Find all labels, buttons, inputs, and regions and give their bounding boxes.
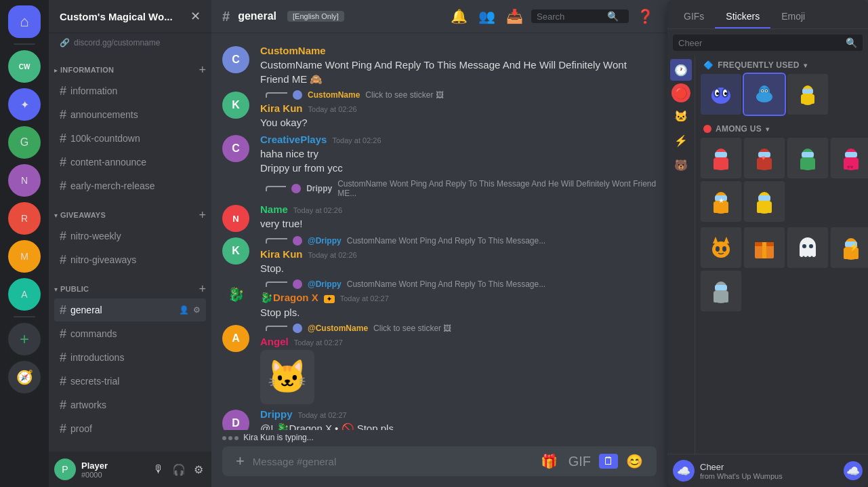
search-box[interactable]: 🔍: [531, 9, 629, 23]
sticker-pack-3-button[interactable]: ⚡: [670, 130, 692, 151]
message-content: Name Today at 02:26 very true!: [260, 203, 657, 232]
message-author[interactable]: Kira Kun: [260, 102, 303, 114]
add-server-button[interactable]: +: [8, 323, 41, 355]
server-header[interactable]: Custom's Magical Wo... ✕: [49, 0, 211, 33]
channel-item-early-merch-release[interactable]: # early-merch-release: [54, 174, 206, 197]
message-author[interactable]: Angel: [260, 336, 289, 347]
sticker-item-box[interactable]: [744, 227, 785, 268]
svg-point-14: [766, 90, 767, 92]
sticker-side-nav: 🕐 🔴 🐱 ⚡ 🐻: [667, 56, 695, 454]
category-public[interactable]: ▾ PUBLIC +: [49, 272, 211, 298]
emoji-button[interactable]: 😊: [623, 450, 646, 472]
message-content: CustomName CustomName Wont Ping And Repl…: [260, 45, 657, 86]
sticker-image: 🐱: [260, 350, 314, 404]
message-author[interactable]: CreativePlays: [260, 134, 327, 145]
sticker-item-lightning[interactable]: ⚡: [831, 227, 868, 268]
sticker-item-white[interactable]: [744, 181, 785, 222]
sticker-section-header-among-us[interactable]: AMONG US ▾: [701, 120, 863, 138]
channel-item-announcements[interactable]: # announcements: [54, 103, 206, 126]
message-author[interactable]: Name: [260, 203, 288, 215]
tab-stickers[interactable]: Stickers: [715, 5, 770, 28]
search-input[interactable]: [537, 12, 604, 22]
settings-button[interactable]: ⚙: [191, 461, 206, 479]
message-author[interactable]: CustomName: [260, 45, 326, 56]
sticker-item-selected[interactable]: [744, 74, 785, 115]
channel-item-100k-countdown[interactable]: # 100k-countdown: [54, 127, 206, 150]
channel-item-nitro-giveaways[interactable]: # nitro-giveaways: [54, 248, 206, 271]
sticker-item[interactable]: [701, 74, 741, 115]
reply-author: Drippy: [306, 184, 332, 193]
channel-item-information[interactable]: # information: [54, 79, 206, 102]
server-icon-1[interactable]: ✦: [8, 88, 41, 121]
sticker-item-green[interactable]: [787, 138, 828, 178]
channel-item-proof[interactable]: # proof: [54, 417, 206, 440]
section-label: FREQUENTLY USED: [718, 60, 799, 70]
home-button[interactable]: ⌂: [8, 5, 41, 38]
sticker-pack-2-button[interactable]: 🐱: [670, 105, 692, 127]
inbox-icon[interactable]: 📥: [503, 5, 526, 27]
message-author[interactable]: Drippy: [260, 408, 293, 420]
sticker-item-cat[interactable]: [701, 227, 741, 268]
deafen-button[interactable]: 🎧: [169, 461, 188, 479]
nitro-upgrade-button[interactable]: ☁️: [844, 461, 863, 480]
category-miscellaneous[interactable]: ▾ MISCELLANEOUS +: [49, 441, 211, 452]
explore-servers-button[interactable]: 🧭: [8, 361, 41, 393]
mute-button[interactable]: 🎙: [150, 461, 167, 479]
sticker-item-pink[interactable]: ♥♥: [831, 138, 868, 178]
recent-stickers-button[interactable]: 🕐: [670, 59, 692, 81]
sticker-section-header-frequent[interactable]: 🔷 FREQUENTLY USED ▾: [701, 56, 863, 74]
sticker-search-box[interactable]: 🔍: [673, 35, 863, 51]
channel-item-general[interactable]: # general 👤 ⚙: [54, 298, 206, 322]
server-icon-4[interactable]: R: [8, 202, 41, 235]
message-author[interactable]: Kira Kun: [260, 248, 303, 260]
misc-sticker-grid: ⚡: [701, 227, 863, 311]
channel-item-content-announce[interactable]: # content-announce: [54, 151, 206, 174]
svg-rect-52: [724, 208, 728, 213]
sticker-item-gray[interactable]: [701, 271, 741, 311]
server-icon-6[interactable]: A: [8, 278, 41, 311]
hashtag-icon: #: [60, 351, 66, 365]
message-author[interactable]: 🐉Dragon X: [260, 292, 318, 304]
svg-rect-38: [800, 165, 805, 170]
gif-button[interactable]: GIF: [566, 451, 594, 472]
channel-item-artworks[interactable]: # artworks: [54, 393, 206, 416]
add-channel-public[interactable]: +: [199, 283, 206, 295]
help-icon[interactable]: ❓: [634, 5, 657, 27]
sticker-item-ghost[interactable]: [787, 227, 828, 268]
among-us-pack-button[interactable]: 🔴: [671, 83, 690, 102]
svg-rect-37: [802, 152, 814, 157]
message-content: Drippy Today at 02:27 @! 🐉Dragon X • 🚫 S…: [260, 408, 657, 430]
sticker-pack-4-button[interactable]: 🐻: [670, 154, 692, 176]
sticker-item-red-heart[interactable]: ♥: [744, 138, 785, 178]
category-giveaways[interactable]: ▾ GIVEAWAYS +: [49, 198, 211, 224]
server-icon-2[interactable]: G: [8, 126, 41, 159]
message-input[interactable]: [253, 448, 533, 475]
frequent-sticker-grid: [701, 74, 863, 115]
notification-bell-icon[interactable]: 🔔: [448, 5, 470, 27]
members-list-icon[interactable]: 👥: [476, 5, 498, 27]
invite-link[interactable]: 🔗 discord.gg/customname: [49, 33, 211, 53]
server-icon-3[interactable]: N: [8, 164, 41, 197]
message-content: CreativePlays Today at 02:26 haha nice t…: [260, 134, 657, 175]
category-information[interactable]: ▸ INFORMATION +: [49, 53, 211, 79]
typing-text: Kira Kun is typing...: [243, 433, 313, 442]
sticker-search-input[interactable]: [678, 38, 843, 48]
gift-button[interactable]: 🎁: [538, 450, 560, 472]
chevron-icon: ▾: [766, 125, 769, 133]
sticker-item-star[interactable]: ★: [701, 181, 741, 222]
channel-item-nitro-weekly[interactable]: # nitro-weekly: [54, 225, 206, 248]
table-row: Drippy CustomName Wont Ping And Reply To…: [211, 178, 667, 202]
attach-button[interactable]: +: [233, 450, 247, 473]
sticker-item-red[interactable]: [701, 138, 741, 178]
tab-gifs[interactable]: GIFs: [673, 5, 715, 28]
channel-item-commands[interactable]: # commands: [54, 322, 206, 345]
channel-item-introductions[interactable]: # introductions: [54, 346, 206, 369]
channel-item-secrets-trial[interactable]: # secrets-trial: [54, 370, 206, 393]
tab-emoji[interactable]: Emoji: [770, 5, 816, 28]
sticker-item[interactable]: [787, 74, 828, 115]
add-channel-giveaways[interactable]: +: [199, 209, 206, 221]
server-icon-5[interactable]: M: [8, 240, 41, 273]
server-icon-custom[interactable]: CW: [8, 50, 41, 83]
sticker-button[interactable]: 🗒: [599, 454, 618, 469]
add-channel-information[interactable]: +: [199, 64, 206, 76]
